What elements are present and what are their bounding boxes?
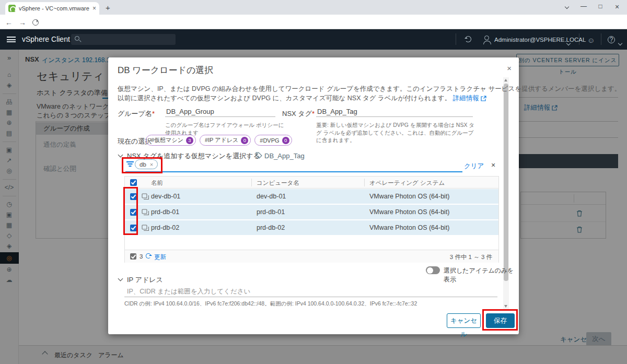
filter-input-underline[interactable] [125, 171, 462, 172]
cancel-button[interactable]: キャンセル [447, 313, 481, 328]
chip-virtual-machines[interactable]: #仮想マシン3 [146, 135, 196, 146]
vm-os: VMware Photon OS (64-bit) [369, 224, 450, 231]
dialog-desc-1: 仮想マシン、IP、または DVPG の組み合わせを使用してワークロード グループ… [118, 85, 621, 93]
vm-computer-name: prd-db-02 [257, 224, 285, 231]
vm-name: prd-db-01 [151, 208, 179, 216]
annotation-filter-chip [122, 157, 162, 173]
forward-icon[interactable]: → [19, 18, 26, 27]
annotation-row-checkboxes [123, 187, 138, 235]
vm-icon [142, 225, 149, 231]
external-link-icon [481, 96, 486, 101]
window-menu-icon[interactable] [560, 3, 574, 10]
chip-count-badge: 0 [282, 137, 289, 144]
vm-section-collapse-icon[interactable] [118, 152, 123, 158]
group-name-label: グループ名* [118, 109, 155, 119]
tab-close-icon[interactable]: × [92, 5, 96, 12]
dialog-close-icon[interactable]: × [507, 64, 512, 73]
chip-count-badge: 3 [186, 137, 193, 144]
nsx-tag-label: NSX タグ* [282, 109, 315, 119]
vm-table-header: 名前 コンピュータ名 オペレーティング システム [125, 177, 498, 189]
nsx-tag-helper: 重要: 新しい仮想マシンおよび DVPG を展開する場合は NSX タグ ラベル… [316, 121, 478, 144]
col-os[interactable]: オペレーティング システム [369, 179, 445, 187]
tab-title: vSphere - VC~com.vmware.nsx.n [19, 5, 89, 11]
selection-chip-list: #仮想マシン3 #IP アドレス0 #DVPG0 [146, 135, 292, 146]
scroll-up-icon[interactable] [504, 79, 507, 81]
vm-computer-name: prd-db-01 [257, 208, 285, 216]
show-selected-toggle[interactable] [426, 266, 440, 274]
reload-icon[interactable] [32, 19, 39, 26]
help-icon[interactable]: ? [608, 36, 615, 43]
select-all-checkbox[interactable] [130, 179, 137, 186]
vm-table: 名前 コンピュータ名 オペレーティング システム dev-db-01 dev-d… [124, 176, 499, 263]
feedback-smiley-icon[interactable]: ☺ [587, 36, 595, 44]
selected-count: 3 [140, 253, 143, 260]
footer-selected-checkbox [130, 253, 136, 260]
select-db-workloads-dialog: DB ワークロードの選択 × 仮想マシン、IP、または DVPG の組み合わせを… [108, 57, 519, 334]
search-icon [75, 36, 79, 41]
ip-input[interactable]: IP、CIDR または範囲を入力してください [127, 287, 250, 296]
group-name-helper: このグループ名はファイアウォール ポリシーに使用されます [165, 121, 285, 136]
new-tab-button[interactable]: + [106, 3, 110, 12]
vm-os: VMware Photon OS (64-bit) [369, 193, 450, 200]
learn-more-link[interactable]: 詳細情報 [453, 95, 479, 102]
vm-os: VMware Photon OS (64-bit) [369, 208, 450, 216]
browser-address-bar: ← → 保護されていない通信 | https://lab-vc-01.go-la… [0, 15, 627, 29]
col-computer-name[interactable]: コンピュータ名 [257, 179, 299, 187]
user-chevron-icon [567, 38, 570, 47]
ip-section-collapse-icon[interactable] [118, 276, 123, 281]
vm-name: prd-db-02 [151, 224, 179, 231]
ip-section-title[interactable]: IP アドレス [127, 275, 163, 285]
vm-icon [142, 209, 149, 216]
user-icon [484, 36, 489, 40]
row-range-label: 3 件中 1 ～ 3 件 [450, 253, 492, 261]
vsphere-favicon-icon [8, 5, 16, 12]
refresh-table-icon[interactable] [146, 253, 151, 259]
window-close-icon[interactable]: × [610, 3, 624, 11]
vm-computer-name: dev-db-01 [257, 193, 286, 200]
hamburger-menu-icon[interactable] [7, 37, 16, 42]
scroll-down-icon[interactable] [504, 305, 507, 308]
vm-name: dev-db-01 [151, 193, 180, 200]
back-icon[interactable]: ← [5, 18, 13, 27]
vsphere-brand: vSphere Client [22, 35, 70, 43]
filter-close-icon[interactable]: × [491, 161, 495, 169]
user-menu[interactable]: Administrator@VSPHERE.LOCAL [494, 37, 586, 43]
scrollbar-thumb[interactable] [504, 84, 508, 281]
dialog-title: DB ワークロードの選択 [118, 64, 213, 76]
annotation-save-button [482, 309, 518, 331]
vm-section-tag-value: DB_App_Tag [264, 152, 305, 160]
help-chevron-icon [619, 38, 622, 47]
window-minimize-icon[interactable]: — [577, 3, 590, 10]
ip-input-underline [124, 297, 497, 297]
browser-tab-strip: vSphere - VC~com.vmware.nsx.n × + — □ × [0, 0, 627, 15]
chip-count-badge: 0 [241, 137, 248, 144]
nsx-tag-input[interactable] [316, 108, 473, 117]
vsphere-header: vSphere Client Administrator@VSPHERE.LOC… [0, 29, 627, 50]
dialog-desc-2: 以前に選択されたすべての仮想マシンおよび DVPG に、カスタマイズ可能な NS… [118, 94, 486, 103]
global-search-input[interactable] [71, 34, 176, 45]
clear-filter-link[interactable]: クリア [464, 162, 484, 171]
chip-dvpg[interactable]: #DVPG0 [254, 135, 292, 146]
ip-helper: CIDR の例: IPv4 100.64.0.0/16、IPv6 fc7e:f2… [124, 300, 497, 308]
group-name-input[interactable] [165, 108, 275, 117]
vm-row-prd-db-02[interactable]: prd-db-02 prd-db-02 VMware Photon OS (64… [125, 220, 498, 236]
browser-tab[interactable]: vSphere - VC~com.vmware.nsx.n × [5, 2, 99, 15]
vm-icon [142, 193, 149, 200]
vm-row-dev-db-01[interactable]: dev-db-01 dev-db-01 VMware Photon OS (64… [125, 189, 498, 204]
window-maximize-icon[interactable]: □ [594, 3, 607, 10]
vm-table-footer: 3 更新 3 件中 1 ～ 3 件 [125, 250, 498, 263]
refresh-icon[interactable] [465, 36, 471, 42]
tag-icon [256, 152, 262, 159]
vm-row-prd-db-01[interactable]: prd-db-01 prd-db-01 VMware Photon OS (64… [125, 205, 498, 220]
col-name[interactable]: 名前 [151, 179, 163, 187]
show-selected-label: 選択したアイテムのみを表示 [444, 266, 519, 284]
chip-ip-addresses[interactable]: #IP アドレス0 [200, 135, 251, 146]
refresh-link[interactable]: 更新 [154, 253, 166, 261]
screen: vSphere - VC~com.vmware.nsx.n × + — □ × … [0, 0, 627, 364]
